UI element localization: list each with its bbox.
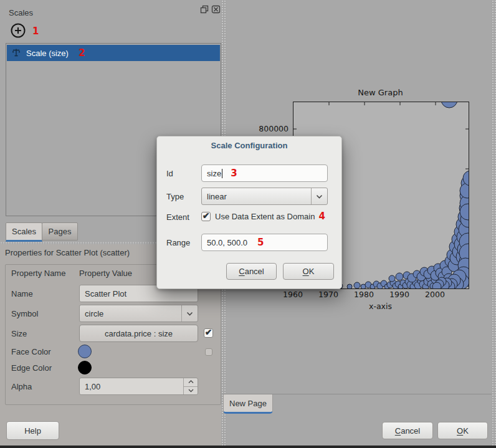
scale-configuration-dialog: Scale Configuration Id size 3 Type linea… bbox=[156, 136, 342, 289]
tab-pages[interactable]: Pages bbox=[42, 222, 78, 241]
scale-item-label: Scale (size) bbox=[26, 49, 69, 58]
x-tick-label: 1970 bbox=[315, 290, 342, 299]
name-label: Name bbox=[11, 289, 33, 298]
app-window: Scales 1 Scale (size) 2 bbox=[0, 0, 496, 448]
alpha-spinner[interactable]: 1,00 bbox=[79, 378, 198, 395]
properties-title: Properties for Scatter Plot (scatter) bbox=[5, 248, 130, 257]
type-value: linear bbox=[207, 192, 227, 201]
tab-new-page[interactable]: New Page bbox=[223, 394, 273, 414]
x-tick-label: 1980 bbox=[350, 290, 378, 299]
annotation-2: 2 bbox=[79, 47, 85, 59]
type-dropdown[interactable]: linear bbox=[201, 188, 328, 205]
size-mapping-value: cardata.price : size bbox=[105, 329, 173, 338]
symbol-dropdown[interactable]: circle bbox=[79, 305, 198, 322]
face-color-label: Face Color bbox=[11, 347, 51, 356]
scales-dock-title: Scales bbox=[9, 8, 33, 17]
spin-up-icon[interactable] bbox=[184, 378, 198, 386]
id-value: size bbox=[207, 169, 221, 178]
dialog-title: Scale Configuration bbox=[157, 141, 341, 150]
id-field[interactable]: size 3 bbox=[201, 164, 328, 182]
tab-scales[interactable]: Scales bbox=[6, 222, 42, 242]
annotation-1: 1 bbox=[32, 26, 39, 37]
edge-color-label: Edge Color bbox=[11, 363, 52, 373]
symbol-label: Symbol bbox=[11, 309, 38, 318]
x-tick-label: 1990 bbox=[386, 290, 413, 299]
right-pane-splitter[interactable] bbox=[492, 0, 496, 448]
x-tick-label: 2000 bbox=[421, 290, 449, 299]
plot-title: New Graph bbox=[293, 88, 468, 97]
extent-check-label: Use Data Extent as Domain bbox=[215, 212, 315, 221]
detach-dock-icon[interactable] bbox=[200, 5, 209, 14]
x-tick-label: 1960 bbox=[279, 290, 307, 299]
face-color-checkbox[interactable] bbox=[205, 348, 212, 356]
size-mapping-button[interactable]: cardata.price : size bbox=[79, 325, 198, 342]
y-tick-label: 800000 bbox=[251, 124, 289, 133]
name-value: Scatter Plot bbox=[85, 289, 126, 298]
extent-row: Use Data Extent as Domain 4 bbox=[201, 211, 325, 222]
alpha-label: Alpha bbox=[11, 382, 32, 391]
extent-checkbox[interactable] bbox=[201, 212, 211, 221]
size-label: Size bbox=[11, 329, 27, 338]
ok-button[interactable]: OK bbox=[437, 422, 488, 439]
plus-circle-icon bbox=[10, 22, 26, 39]
symbol-value: circle bbox=[85, 309, 103, 318]
window-bottom-edge bbox=[0, 446, 496, 448]
spin-down-icon[interactable] bbox=[184, 386, 198, 395]
close-dock-icon[interactable] bbox=[211, 5, 221, 14]
extent-label: Extent bbox=[166, 212, 189, 222]
dialog-ok-button[interactable]: OK bbox=[283, 263, 334, 280]
cancel-button[interactable]: Cancel bbox=[382, 422, 433, 439]
range-value: 50.0, 500.0 bbox=[207, 238, 247, 247]
text-cursor bbox=[222, 169, 222, 178]
annotation-5: 5 bbox=[257, 237, 264, 248]
edge-color-swatch[interactable] bbox=[78, 361, 92, 374]
dialog-cancel-button[interactable]: Cancel bbox=[226, 263, 277, 280]
range-field[interactable]: 50.0, 500.0 5 bbox=[201, 234, 328, 251]
column-header-property-value: Property Value bbox=[79, 269, 132, 278]
face-color-swatch[interactable] bbox=[78, 345, 92, 358]
scale-balance-icon bbox=[12, 48, 21, 59]
chevron-down-icon bbox=[181, 305, 198, 322]
scale-list-item[interactable]: Scale (size) 2 bbox=[7, 45, 220, 61]
column-header-property-name: Property Name bbox=[11, 269, 65, 278]
alpha-value: 1,00 bbox=[85, 382, 100, 391]
size-enable-checkbox[interactable] bbox=[204, 328, 213, 338]
annotation-4: 4 bbox=[318, 211, 325, 222]
annotation-3: 3 bbox=[231, 168, 237, 179]
x-axis-label: x-axis bbox=[336, 302, 424, 311]
help-button[interactable]: Help bbox=[6, 421, 59, 440]
chevron-down-icon bbox=[311, 188, 327, 204]
id-label: Id bbox=[166, 169, 173, 178]
add-scale-button[interactable] bbox=[10, 22, 26, 39]
range-label: Range bbox=[166, 238, 190, 247]
type-label: Type bbox=[166, 192, 184, 201]
